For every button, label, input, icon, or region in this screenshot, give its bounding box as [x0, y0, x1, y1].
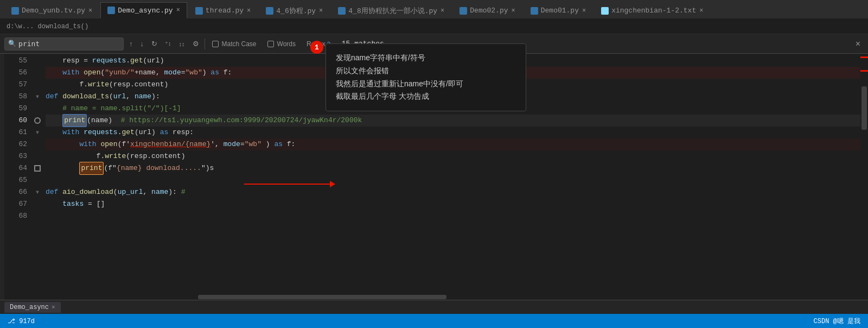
status-right: CSDN @嗯 是我 — [812, 317, 863, 326]
gutter-58: ▼ — [31, 91, 43, 103]
gutter-56 — [31, 67, 43, 79]
match-case-button[interactable]: Match Case — [208, 38, 260, 50]
tooltip-popup: 发现name字符串中有/符号 所以文件会报错 我然后是通过重新让name中没有/… — [326, 43, 526, 111]
error-mark-2 — [860, 70, 868, 72]
search-split-button[interactable]: ⁺↕ — [163, 39, 174, 48]
words-button[interactable]: Words — [264, 38, 299, 50]
arrow-line — [244, 184, 331, 185]
line-num-67: 67 — [4, 198, 27, 210]
h-scrollbar-thumb[interactable] — [198, 295, 446, 299]
gutter-57 — [31, 79, 43, 91]
gutter-59 — [31, 103, 43, 115]
right-scrollbar[interactable] — [860, 54, 868, 301]
close-tab-5[interactable]: × — [441, 7, 444, 15]
close-tab-1[interactable]: × — [88, 7, 92, 15]
gutter-64 — [31, 162, 43, 174]
py-icon-3 — [195, 7, 203, 15]
line-num-58: 58 — [4, 91, 27, 103]
fold-icon-61[interactable]: ▼ — [36, 130, 39, 136]
app-container: Demo_yunb.tv.py × Demo_async.py × thread… — [0, 0, 868, 328]
tab-label-1: Demo_yunb.tv.py — [22, 7, 85, 15]
code-line-68 — [46, 210, 860, 222]
gutter-68 — [31, 210, 43, 222]
line-num-62: 62 — [4, 138, 27, 150]
code-line-63: f.write(resp.content) — [46, 150, 860, 162]
left-activity-gutter — [0, 54, 4, 301]
match-case-checkbox — [212, 41, 219, 47]
tab-label-5: 4_8用协程扒光一部小说.py — [348, 6, 437, 16]
txt-icon-8 — [601, 7, 609, 15]
gutter-67 — [31, 198, 43, 210]
tab-demo-yunb[interactable]: Demo_yunb.tv.py × — [4, 2, 99, 18]
search-refresh-button[interactable]: ↻ — [149, 39, 159, 49]
gutter-66: ▼ — [31, 186, 43, 198]
line-num-60: 60 — [4, 115, 27, 127]
tab-demo02[interactable]: Demo02.py × — [452, 2, 522, 18]
error-mark-1 — [860, 56, 868, 58]
match-case-label: Match Case — [222, 40, 257, 48]
tab-label-3: thread.py — [206, 7, 244, 15]
tooltip-line1: 发现name字符串中有/符号 — [336, 52, 516, 65]
gutter: ▼ ▼ ▼ — [31, 54, 43, 301]
tab-46[interactable]: 4_6协程.py × — [259, 2, 330, 18]
close-tab-3[interactable]: × — [247, 7, 251, 15]
close-tab-8[interactable]: × — [699, 7, 703, 15]
py-icon-2 — [107, 7, 115, 14]
gutter-60 — [31, 115, 43, 127]
close-tab-7[interactable]: × — [582, 7, 586, 15]
close-tab-6[interactable]: × — [512, 7, 515, 15]
tooltip-badge: 1 — [310, 41, 323, 54]
tab-48[interactable]: 4_8用协程扒光一部小说.py × — [331, 2, 451, 18]
tooltip-line4: 截取最后几个字母 大功告成 — [336, 90, 516, 103]
search-filter-button[interactable]: ⚙ — [190, 39, 201, 49]
py-icon-4 — [266, 7, 273, 15]
breadcrumb: d:\w... download_ts() — [0, 19, 868, 34]
tab-bar: Demo_yunb.tv.py × Demo_async.py × thread… — [0, 0, 868, 19]
bottom-tab-demo-async[interactable]: Demo_async × — [4, 302, 61, 313]
status-branch[interactable]: ⎇ 917d — [5, 317, 37, 325]
match-print-60: print — [62, 114, 87, 127]
match-print-64: print — [79, 162, 104, 175]
tooltip-line3: 我然后是通过重新让name中没有/即可 — [336, 78, 516, 91]
tab-thread[interactable]: thread.py × — [188, 2, 258, 18]
fold-icon-58[interactable]: ▼ — [36, 94, 39, 100]
tab-demo01[interactable]: Demo01.py × — [524, 2, 593, 18]
close-tab-4[interactable]: × — [319, 7, 323, 15]
search-next-button[interactable]: ↓ — [138, 39, 146, 49]
tab-xingchenbian[interactable]: xingchenbian-1-2.txt × — [594, 2, 710, 18]
line-num-68: 68 — [4, 210, 27, 222]
git-icon: ⎇ — [8, 318, 19, 325]
fold-icon-66[interactable]: ▼ — [36, 190, 39, 195]
words-checkbox — [267, 41, 274, 47]
line-numbers: 55 56 57 58 59 60 61 62 63 64 65 66 67 6… — [4, 54, 31, 301]
breadcrumb-text: d:\w... download_ts() — [7, 23, 88, 30]
line-num-66: 66 — [4, 186, 27, 198]
tab-label-4: 4_6协程.py — [276, 6, 316, 16]
line-num-59: 59 — [4, 103, 27, 115]
search-format-button[interactable]: ↕↕ — [177, 40, 187, 48]
status-branch-name: 917d — [19, 318, 35, 325]
bottom-tab-bar: Demo_async × — [0, 300, 868, 314]
tab-label-8: xingchenbian-1-2.txt — [611, 7, 696, 15]
search-prev-button[interactable]: ↑ — [127, 39, 135, 49]
py-icon-7 — [531, 7, 538, 15]
code-line-60: print(name) # https://ts1.yuyuangewh.com… — [46, 115, 860, 127]
close-search-button[interactable]: × — [852, 38, 864, 50]
tab-label-7: Demo01.py — [541, 7, 579, 15]
bottom-tab-label: Demo_async — [10, 304, 49, 311]
status-user[interactable]: CSDN @嗯 是我 — [812, 317, 863, 326]
tab-label-6: Demo02.py — [470, 7, 508, 15]
gutter-63 — [31, 150, 43, 162]
code-line-66: def aio_download(up_url, name): # — [46, 186, 860, 198]
breakpoint-60[interactable] — [34, 117, 41, 124]
tab-demo-async[interactable]: Demo_async.py × — [100, 2, 187, 18]
words-label: Words — [277, 40, 296, 48]
search-input[interactable] — [18, 40, 94, 48]
gutter-65 — [31, 174, 43, 186]
scrollbar-thumb[interactable] — [861, 86, 867, 130]
bottom-tab-close[interactable]: × — [52, 304, 55, 311]
close-tab-2[interactable]: × — [176, 7, 180, 14]
search-input-wrapper[interactable]: 🔍 — [4, 37, 124, 51]
code-line-67: tasks = [] — [46, 198, 860, 210]
h-scrollbar[interactable] — [33, 294, 860, 300]
